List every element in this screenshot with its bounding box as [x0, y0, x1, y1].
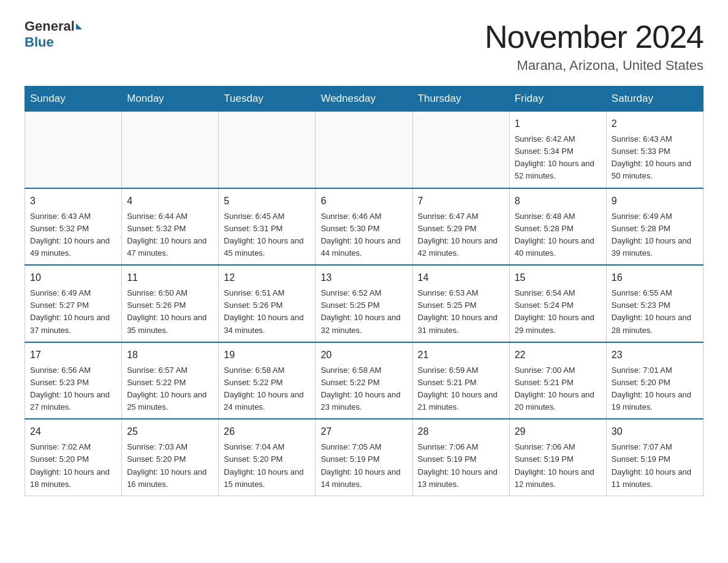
day-info: Sunrise: 6:43 AMSunset: 5:32 PMDaylight:… [30, 210, 116, 260]
weekday-header-saturday: Saturday [606, 86, 703, 112]
day-number: 15 [515, 270, 601, 285]
day-number: 12 [224, 270, 310, 285]
day-info: Sunrise: 6:55 AMSunset: 5:23 PMDaylight:… [612, 287, 698, 337]
day-number: 18 [127, 348, 213, 362]
calendar-cell: 24Sunrise: 7:02 AMSunset: 5:20 PMDayligh… [25, 419, 122, 496]
day-info: Sunrise: 7:06 AMSunset: 5:19 PMDaylight:… [515, 441, 601, 491]
day-number: 19 [224, 348, 310, 362]
calendar-cell: 4Sunrise: 6:44 AMSunset: 5:32 PMDaylight… [122, 188, 219, 266]
day-number: 24 [30, 424, 116, 439]
calendar-cell: 15Sunrise: 6:54 AMSunset: 5:24 PMDayligh… [509, 265, 606, 342]
day-info: Sunrise: 6:58 AMSunset: 5:22 PMDaylight:… [224, 364, 310, 414]
month-title: November 2024 [485, 18, 703, 55]
logo: General Blue [25, 18, 83, 50]
day-info: Sunrise: 7:01 AMSunset: 5:20 PMDaylight:… [612, 364, 698, 414]
day-info: Sunrise: 6:53 AMSunset: 5:25 PMDaylight:… [418, 287, 504, 337]
calendar-week-row: 10Sunrise: 6:49 AMSunset: 5:27 PMDayligh… [25, 265, 703, 342]
day-info: Sunrise: 6:45 AMSunset: 5:31 PMDaylight:… [224, 210, 310, 260]
calendar-cell: 16Sunrise: 6:55 AMSunset: 5:23 PMDayligh… [606, 265, 703, 342]
day-info: Sunrise: 7:06 AMSunset: 5:19 PMDaylight:… [418, 441, 504, 491]
day-info: Sunrise: 6:51 AMSunset: 5:26 PMDaylight:… [224, 287, 310, 337]
day-info: Sunrise: 7:02 AMSunset: 5:20 PMDaylight:… [30, 441, 116, 491]
day-number: 14 [418, 270, 504, 285]
day-number: 8 [515, 194, 601, 209]
title-section: November 2024 Marana, Arizona, United St… [485, 18, 703, 74]
calendar-cell: 25Sunrise: 7:03 AMSunset: 5:20 PMDayligh… [122, 419, 219, 496]
calendar-cell: 30Sunrise: 7:07 AMSunset: 5:19 PMDayligh… [606, 419, 703, 496]
weekday-header-monday: Monday [122, 86, 219, 112]
calendar-cell [219, 112, 316, 188]
day-info: Sunrise: 6:48 AMSunset: 5:28 PMDaylight:… [515, 210, 601, 260]
calendar-cell: 10Sunrise: 6:49 AMSunset: 5:27 PMDayligh… [25, 265, 122, 342]
day-number: 28 [418, 424, 504, 439]
logo-blue-text: Blue [25, 34, 54, 50]
weekday-header-thursday: Thursday [412, 86, 509, 112]
calendar-cell: 14Sunrise: 6:53 AMSunset: 5:25 PMDayligh… [412, 265, 509, 342]
day-info: Sunrise: 7:00 AMSunset: 5:21 PMDaylight:… [515, 364, 601, 414]
calendar-cell: 23Sunrise: 7:01 AMSunset: 5:20 PMDayligh… [606, 342, 703, 419]
calendar-cell: 21Sunrise: 6:59 AMSunset: 5:21 PMDayligh… [412, 342, 509, 419]
weekday-header-sunday: Sunday [25, 86, 122, 112]
weekday-header-tuesday: Tuesday [219, 86, 316, 112]
day-info: Sunrise: 7:03 AMSunset: 5:20 PMDaylight:… [127, 441, 213, 491]
calendar-cell: 27Sunrise: 7:05 AMSunset: 5:19 PMDayligh… [316, 419, 412, 496]
logo-general-text: General [25, 18, 75, 34]
day-info: Sunrise: 6:49 AMSunset: 5:27 PMDaylight:… [30, 287, 116, 337]
day-number: 21 [418, 348, 504, 362]
calendar-cell: 1Sunrise: 6:42 AMSunset: 5:34 PMDaylight… [509, 112, 606, 188]
day-number: 29 [515, 424, 601, 439]
day-info: Sunrise: 6:59 AMSunset: 5:21 PMDaylight:… [418, 364, 504, 414]
day-info: Sunrise: 6:43 AMSunset: 5:33 PMDaylight:… [612, 133, 698, 183]
calendar-cell: 18Sunrise: 6:57 AMSunset: 5:22 PMDayligh… [122, 342, 219, 419]
calendar-cell: 2Sunrise: 6:43 AMSunset: 5:33 PMDaylight… [606, 112, 703, 188]
calendar-cell [412, 112, 509, 188]
calendar-cell: 9Sunrise: 6:49 AMSunset: 5:28 PMDaylight… [606, 188, 703, 266]
calendar-cell: 7Sunrise: 6:47 AMSunset: 5:29 PMDaylight… [412, 188, 509, 266]
calendar-cell: 8Sunrise: 6:48 AMSunset: 5:28 PMDaylight… [509, 188, 606, 266]
day-number: 1 [515, 117, 601, 131]
day-number: 9 [612, 194, 698, 209]
day-info: Sunrise: 7:07 AMSunset: 5:19 PMDaylight:… [612, 441, 698, 491]
calendar-cell: 17Sunrise: 6:56 AMSunset: 5:23 PMDayligh… [25, 342, 122, 419]
day-number: 26 [224, 424, 310, 439]
day-info: Sunrise: 6:49 AMSunset: 5:28 PMDaylight:… [612, 210, 698, 260]
day-number: 11 [127, 270, 213, 285]
calendar-cell [25, 112, 122, 188]
weekday-header-friday: Friday [509, 86, 606, 112]
calendar-week-row: 24Sunrise: 7:02 AMSunset: 5:20 PMDayligh… [25, 419, 703, 496]
day-number: 4 [127, 194, 213, 209]
day-number: 16 [612, 270, 698, 285]
day-info: Sunrise: 6:54 AMSunset: 5:24 PMDaylight:… [515, 287, 601, 337]
calendar-week-row: 17Sunrise: 6:56 AMSunset: 5:23 PMDayligh… [25, 342, 703, 419]
day-number: 2 [612, 117, 698, 131]
calendar-cell: 28Sunrise: 7:06 AMSunset: 5:19 PMDayligh… [412, 419, 509, 496]
day-info: Sunrise: 6:44 AMSunset: 5:32 PMDaylight:… [127, 210, 213, 260]
calendar-week-row: 3Sunrise: 6:43 AMSunset: 5:32 PMDaylight… [25, 188, 703, 266]
day-number: 25 [127, 424, 213, 439]
day-number: 3 [30, 194, 116, 209]
calendar-cell: 11Sunrise: 6:50 AMSunset: 5:26 PMDayligh… [122, 265, 219, 342]
calendar-cell: 26Sunrise: 7:04 AMSunset: 5:20 PMDayligh… [219, 419, 316, 496]
calendar-cell [122, 112, 219, 188]
day-info: Sunrise: 6:52 AMSunset: 5:25 PMDaylight:… [320, 287, 407, 337]
weekday-header-row: SundayMondayTuesdayWednesdayThursdayFrid… [25, 86, 703, 112]
day-info: Sunrise: 6:46 AMSunset: 5:30 PMDaylight:… [320, 210, 407, 260]
day-number: 20 [320, 348, 407, 362]
day-number: 22 [515, 348, 601, 362]
day-info: Sunrise: 7:04 AMSunset: 5:20 PMDaylight:… [224, 441, 310, 491]
day-number: 30 [612, 424, 698, 439]
calendar-cell: 3Sunrise: 6:43 AMSunset: 5:32 PMDaylight… [25, 188, 122, 266]
day-number: 27 [320, 424, 407, 439]
day-number: 17 [30, 348, 116, 362]
weekday-header-wednesday: Wednesday [316, 86, 412, 112]
logo-arrow-icon [76, 23, 82, 29]
calendar-cell: 22Sunrise: 7:00 AMSunset: 5:21 PMDayligh… [509, 342, 606, 419]
calendar-cell: 29Sunrise: 7:06 AMSunset: 5:19 PMDayligh… [509, 419, 606, 496]
calendar-cell [316, 112, 412, 188]
day-info: Sunrise: 6:58 AMSunset: 5:22 PMDaylight:… [320, 364, 407, 414]
day-info: Sunrise: 6:56 AMSunset: 5:23 PMDaylight:… [30, 364, 116, 414]
calendar-cell: 5Sunrise: 6:45 AMSunset: 5:31 PMDaylight… [219, 188, 316, 266]
day-number: 23 [612, 348, 698, 362]
location-title: Marana, Arizona, United States [485, 58, 703, 74]
day-info: Sunrise: 6:50 AMSunset: 5:26 PMDaylight:… [127, 287, 213, 337]
